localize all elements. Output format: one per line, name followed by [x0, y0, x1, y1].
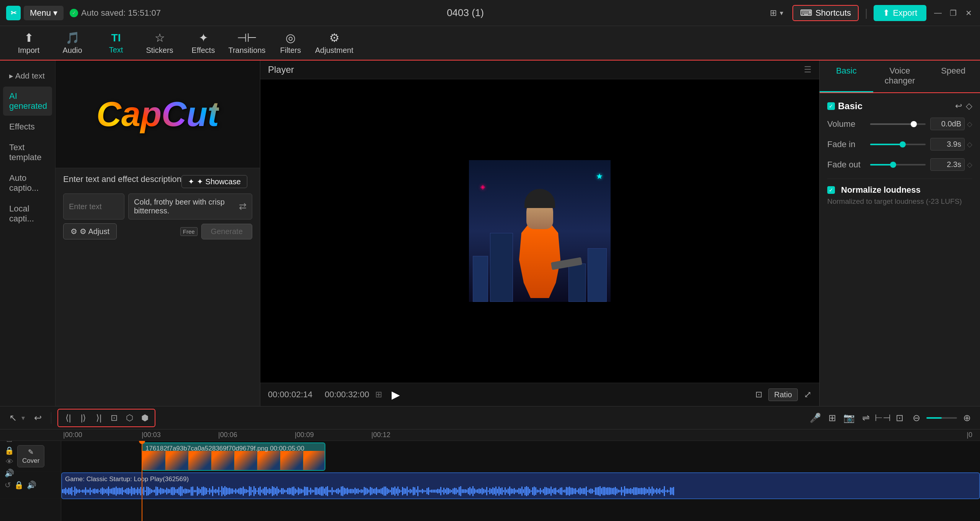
undo-button[interactable]: ↩ [955, 101, 962, 111]
sidebar-item-effects[interactable]: Effects [3, 117, 52, 136]
layout-chevron-icon[interactable]: ▾ [780, 9, 783, 17]
audio-track[interactable]: Game: Classic Startup: Loop Play(362569) [61, 472, 980, 499]
tab-basic[interactable]: Basic [820, 61, 873, 92]
fullscreen-button[interactable]: ⤢ [804, 389, 812, 400]
toolbar-filters[interactable]: ◎ Filters [270, 28, 312, 58]
loop-icon[interactable]: ↺ [5, 480, 11, 490]
waveform-bars [62, 485, 979, 497]
delete-clip-button[interactable]: ⊡ [107, 411, 121, 425]
fade-in-diamond-button[interactable]: ◇ [967, 140, 972, 149]
audio-volume-icon[interactable]: 🔊 [27, 480, 36, 490]
showcase-button[interactable]: ✦ ✦ Showcase [181, 175, 247, 188]
waveform-bar [332, 487, 333, 495]
waveform-bar [619, 490, 621, 492]
toolbar-text[interactable]: TI Text [95, 28, 137, 58]
player-title: Player [268, 64, 294, 75]
waveform-bar [667, 490, 668, 492]
video-track[interactable]: 176182f7a93b7ca0a528369f70d9679f.png 00:… [142, 442, 325, 471]
split-right-button[interactable]: ⟩| [92, 411, 106, 425]
sidebar-item-text-template[interactable]: Text template [3, 138, 52, 167]
audio-lock-icon[interactable]: 🔒 [14, 480, 24, 490]
volume-slider[interactable] [870, 123, 926, 125]
waveform-bar [659, 488, 660, 495]
waveform-bar [405, 488, 406, 493]
toolbar-effects[interactable]: ✦ Effects [182, 28, 224, 58]
sidebar-item-auto-captions[interactable]: Auto captio... [3, 169, 52, 198]
toolbar-import[interactable]: ⬆ Import [8, 28, 50, 58]
fade-out-thumb[interactable] [890, 162, 896, 168]
shuffle-icon[interactable]: ⇄ [239, 201, 247, 212]
layout-icon[interactable]: ⊞ [770, 8, 777, 18]
chapters-icon[interactable]: ⊞ [375, 390, 382, 400]
diamond-reset-button[interactable]: ◇ [966, 101, 972, 111]
waveform-bar [155, 487, 157, 496]
frame-6 [257, 451, 280, 470]
caption-button[interactable]: ⊡ [893, 411, 906, 425]
waveform-bar [113, 488, 114, 494]
player-menu-icon[interactable]: ☰ [804, 65, 812, 75]
normalize-checkbox[interactable]: ✓ [827, 186, 835, 194]
undo-timeline-button[interactable]: ↩ [31, 411, 45, 425]
adjust-button[interactable]: ⚙ ⚙ Adjust [63, 223, 117, 239]
freeze-button[interactable]: ⬡ [122, 411, 136, 425]
close-button[interactable]: ✕ [963, 8, 974, 18]
waveform-bar [668, 490, 670, 492]
select-tool-button[interactable]: ↖ [6, 411, 20, 425]
eye-icon[interactable]: 👁 [6, 457, 13, 466]
waveform-bar [253, 486, 255, 496]
waveform-bar [598, 487, 599, 495]
camera-button[interactable]: 📷 [842, 411, 856, 425]
zoom-out-button[interactable]: ⊖ [910, 411, 923, 425]
cover-button[interactable]: ✎ Cover [17, 445, 44, 467]
waveform-bar [241, 488, 242, 495]
waveform-bar [318, 488, 319, 494]
align-center-button[interactable]: ⊢⊣ [876, 411, 890, 425]
fade-in-thumb[interactable] [900, 141, 906, 147]
waveform-bar [488, 490, 489, 492]
link-button[interactable]: ⊞ [825, 411, 839, 425]
sidebar-item-add-text[interactable]: ▸ Add text [3, 67, 52, 85]
toolbar-stickers[interactable]: ☆ Stickers [139, 28, 181, 58]
export-button[interactable]: ⬆ Export [874, 5, 926, 21]
generate-button[interactable]: Generate [201, 224, 252, 239]
shortcuts-button[interactable]: ⌨ Shortcuts [792, 5, 859, 21]
waveform-bar [486, 487, 487, 495]
fade-in-slider[interactable] [870, 144, 926, 145]
screenshot-icon[interactable]: ⊡ [755, 390, 762, 400]
split-at-head-button[interactable]: ⟨| [61, 411, 75, 425]
volume-diamond-button[interactable]: ◇ [967, 120, 972, 128]
sidebar-item-ai-generated[interactable]: AI generated [3, 87, 52, 116]
free-badge: Free [180, 227, 198, 236]
play-button[interactable]: ▶ [388, 387, 403, 402]
lock-icon[interactable]: 🔒 [5, 446, 14, 455]
minimize-button[interactable]: — [933, 8, 943, 18]
enter-text-input[interactable] [63, 193, 124, 220]
waveform-bar [501, 487, 503, 495]
waveform-bar [480, 489, 481, 493]
waveform-bar [350, 489, 351, 493]
restore-button[interactable]: ❐ [948, 8, 959, 18]
fade-out-slider[interactable] [870, 164, 926, 165]
protect-button[interactable]: ⬢ [138, 411, 152, 425]
fade-out-diamond-button[interactable]: ◇ [967, 161, 972, 169]
split-left-button[interactable]: |⟩ [77, 411, 90, 425]
toolbar-audio[interactable]: 🎵 Audio [51, 28, 93, 58]
select-dropdown-icon[interactable]: ▾ [21, 414, 25, 422]
mic-button[interactable]: 🎤 [808, 411, 822, 425]
showcase-label: ✦ Showcase [197, 177, 241, 186]
menu-button[interactable]: Menu ▾ [24, 6, 64, 20]
zoom-in-button[interactable]: ⊕ [960, 411, 974, 425]
zoom-slider[interactable] [926, 417, 957, 419]
sidebar-item-local-captions[interactable]: Local capti... [3, 199, 52, 228]
ratio-button[interactable]: Ratio [768, 388, 798, 401]
toolbar-adjustment[interactable]: ⚙ Adjustment [313, 28, 355, 58]
tab-voice-changer[interactable]: Voice changer [873, 61, 927, 92]
toolbar-transitions[interactable]: ⊣⊢ Transitions [226, 28, 268, 58]
playhead [142, 441, 142, 521]
tab-speed[interactable]: Speed [926, 61, 980, 92]
volume-thumb[interactable] [911, 121, 917, 127]
basic-checkbox[interactable]: ✓ [827, 102, 835, 110]
connect-button[interactable]: ⇌ [859, 411, 873, 425]
waveform-bar [96, 489, 97, 493]
waveform-bar [304, 487, 305, 495]
